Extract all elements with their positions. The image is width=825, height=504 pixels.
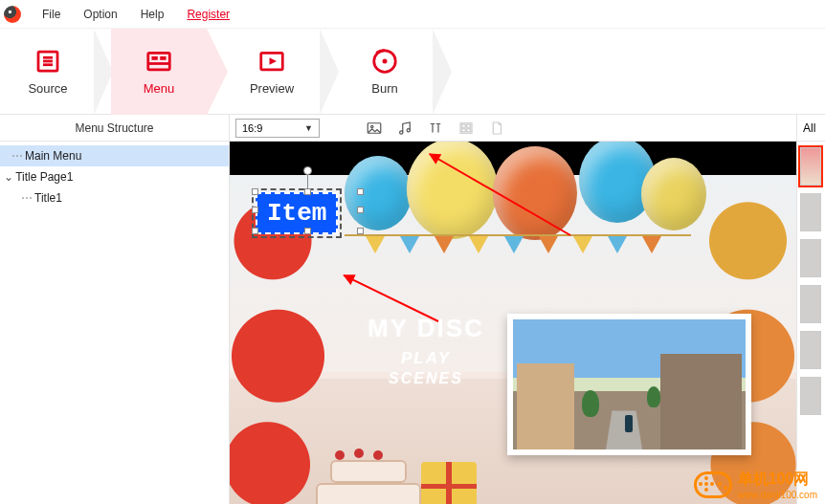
dropdown-arrow-icon: ▼ — [304, 123, 313, 133]
source-icon — [33, 47, 62, 76]
template-strip: All — [796, 115, 825, 504]
chapter-thumbnail[interactable] — [507, 314, 751, 455]
resize-handle-n[interactable] — [304, 188, 311, 195]
app-logo-icon — [4, 6, 21, 23]
gamepad-icon — [694, 471, 732, 498]
text-item-selected[interactable]: Item — [256, 192, 338, 234]
menu-file[interactable]: File — [31, 0, 72, 29]
cake-graphic-icon — [306, 433, 431, 504]
tree-label: Main Menu — [25, 149, 81, 163]
tree-main-menu[interactable]: ⋯Main Menu — [0, 145, 229, 166]
template-list[interactable] — [797, 142, 825, 504]
insert-text-button[interactable] — [421, 116, 450, 141]
menu-titles[interactable]: MY DISC PLAY SCENES — [316, 314, 536, 387]
grid-icon — [457, 120, 475, 137]
resize-handle-ne[interactable] — [357, 188, 364, 195]
template-thumb[interactable] — [800, 193, 821, 231]
music-note-icon — [396, 120, 413, 137]
svg-point-14 — [400, 130, 403, 133]
tree-collapse-icon[interactable]: ⌄ — [4, 168, 12, 186]
template-thumb[interactable] — [800, 377, 821, 415]
svg-rect-17 — [462, 124, 466, 127]
tree-label: Title Page1 — [15, 170, 73, 184]
svg-point-13 — [371, 125, 373, 127]
resize-handle-s[interactable] — [304, 228, 311, 234]
step-burn[interactable]: Burn — [337, 29, 433, 115]
watermark: 单机100网 www.danji100.com — [694, 470, 817, 500]
svg-rect-5 — [152, 56, 158, 60]
menu-register[interactable]: Register — [175, 0, 241, 29]
disc-title-text: MY DISC — [316, 314, 536, 343]
disc-play-text: PLAY — [316, 349, 536, 368]
preview-icon — [257, 47, 286, 76]
svg-point-11 — [383, 59, 388, 64]
tree-title1[interactable]: ⋯Title1 — [0, 187, 229, 208]
template-filter-select[interactable]: All — [797, 115, 825, 142]
resize-handle-nw[interactable] — [252, 188, 258, 195]
menu-template-icon — [145, 47, 173, 76]
insert-music-button[interactable] — [390, 116, 419, 141]
step-label: Source — [28, 81, 67, 96]
menu-canvas[interactable]: MY DISC PLAY SCENES Item — [230, 142, 796, 504]
step-label: Burn — [371, 81, 397, 96]
disc-scenes-text: SCENES — [316, 370, 536, 387]
resize-handle-e[interactable] — [357, 207, 364, 213]
aspect-value: 16:9 — [242, 122, 262, 134]
text-icon — [427, 120, 444, 137]
resize-handle-se[interactable] — [357, 228, 364, 234]
menu-option[interactable]: Option — [72, 0, 128, 29]
menubar: File Option Help Register — [0, 0, 825, 29]
svg-point-15 — [407, 128, 410, 131]
editor-pane: 16:9 ▼ — [230, 115, 796, 504]
step-source[interactable]: Source — [0, 29, 96, 115]
watermark-title: 单机100网 — [738, 470, 817, 490]
burn-disc-icon — [370, 47, 399, 76]
rotation-handle[interactable] — [303, 166, 312, 175]
menu-help[interactable]: Help — [129, 0, 176, 29]
insert-file-button — [482, 116, 511, 141]
tree-title-page[interactable]: ⌄ Title Page1 — [0, 166, 229, 187]
svg-marker-9 — [270, 57, 278, 65]
menu-structure-header: Menu Structure — [0, 115, 229, 142]
aspect-ratio-select[interactable]: 16:9 ▼ — [235, 119, 320, 138]
watermark-url: www.danji100.com — [738, 490, 817, 500]
page-icon — [488, 120, 505, 137]
insert-image-button[interactable] — [360, 116, 389, 141]
menu-tree: ⋯Main Menu ⌄ Title Page1 ⋯Title1 — [0, 142, 229, 212]
step-label: Preview — [250, 81, 294, 96]
tree-branch-icon: ⋯ — [11, 149, 23, 163]
image-icon — [366, 120, 383, 137]
canvas-toolbar: 16:9 ▼ — [230, 115, 796, 142]
template-thumb[interactable] — [800, 147, 821, 186]
insert-chapter-button — [452, 116, 480, 141]
template-thumb[interactable] — [800, 285, 821, 323]
svg-rect-6 — [160, 56, 166, 60]
step-menu[interactable]: Menu — [111, 29, 207, 115]
svg-rect-18 — [467, 124, 471, 127]
step-preview[interactable]: Preview — [224, 29, 320, 115]
template-thumb[interactable] — [800, 239, 821, 277]
menu-structure-pane: Menu Structure ⋯Main Menu ⌄ Title Page1 … — [0, 115, 230, 504]
tree-label: Title1 — [34, 191, 62, 205]
gift-graphic-icon — [421, 462, 477, 504]
svg-rect-20 — [467, 128, 471, 131]
resize-handle-sw[interactable] — [252, 228, 258, 234]
resize-handle-w[interactable] — [252, 207, 258, 213]
svg-rect-19 — [462, 128, 466, 131]
tree-branch-icon: ⋯ — [21, 191, 33, 205]
step-bar: Source Menu Preview Burn — [0, 29, 825, 115]
template-thumb[interactable] — [800, 331, 821, 369]
step-label: Menu — [144, 81, 175, 96]
svg-rect-4 — [148, 53, 170, 70]
